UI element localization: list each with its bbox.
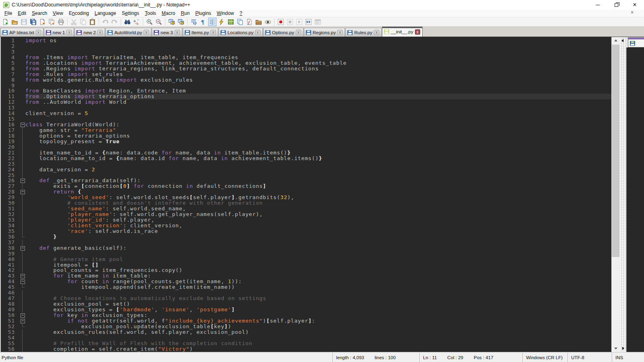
undo-icon[interactable] xyxy=(101,18,109,26)
tab-close-icon[interactable]: x xyxy=(211,30,216,35)
status-encoding[interactable]: UTF-8 xyxy=(568,353,612,362)
menu-language[interactable]: Language xyxy=(92,10,119,16)
close-button[interactable]: × xyxy=(625,0,644,10)
tab-close-icon[interactable]: x xyxy=(97,30,103,35)
menu-encoding[interactable]: Encoding xyxy=(66,10,92,16)
status-typing-mode[interactable]: INS xyxy=(612,353,644,362)
restore-button[interactable] xyxy=(607,0,625,10)
code-editor[interactable]: 1import os234from .Items import Terraria… xyxy=(1,37,611,352)
vertical-scrollbar[interactable] xyxy=(611,37,620,352)
show-all-characters-icon[interactable]: ¶ xyxy=(199,18,207,26)
zoom-out-icon[interactable] xyxy=(155,18,163,26)
document-map-icon[interactable] xyxy=(227,18,235,26)
fold-toggle-icon[interactable] xyxy=(19,122,25,128)
tab-close-icon[interactable]: x xyxy=(36,30,41,35)
menu-view[interactable]: View xyxy=(50,10,66,16)
tab-rules-py[interactable]: Rules.pyx xyxy=(345,28,382,37)
open-file-icon[interactable] xyxy=(10,18,19,26)
word-wrap-icon[interactable] xyxy=(190,18,198,26)
line-number: 4 xyxy=(1,55,19,60)
code-line: 35 'race': self.world.is_race xyxy=(1,228,611,234)
menu-search[interactable]: Search xyxy=(29,10,50,16)
tab-ap-ideas-txt[interactable]: AP Ideas.txtx xyxy=(0,28,43,37)
redo-icon[interactable] xyxy=(110,18,119,26)
sync-horizontal-scroll-icon[interactable] xyxy=(177,18,185,26)
tab--init-py[interactable]: __init__.pyx xyxy=(382,27,423,37)
scroll-up-icon[interactable] xyxy=(611,37,620,44)
replace-icon[interactable]: ab xyxy=(132,18,141,26)
cut-icon[interactable] xyxy=(70,18,78,26)
minimize-button[interactable] xyxy=(588,0,607,10)
macro-save-icon[interactable] xyxy=(314,18,322,26)
panel-close-icon[interactable]: × xyxy=(631,10,634,15)
fold-toggle-icon[interactable] xyxy=(19,178,25,183)
menu-plugins[interactable]: Plugins xyxy=(192,10,214,16)
function-completion-icon[interactable] xyxy=(217,18,226,26)
fold-toggle-icon[interactable] xyxy=(19,318,25,324)
close-all-icon[interactable] xyxy=(47,18,56,26)
tab-close-icon[interactable]: x xyxy=(255,30,260,35)
menu-settings[interactable]: Settings xyxy=(119,10,142,16)
document-list-icon[interactable] xyxy=(236,18,244,26)
save-icon[interactable] xyxy=(20,18,28,26)
main-content: 1import os234from .Items import Terraria… xyxy=(0,37,644,352)
scroll-down-icon[interactable] xyxy=(611,345,620,352)
tab-locations-py[interactable]: Locations.pyx xyxy=(219,28,263,37)
tab-autoworld-py[interactable]: AutoWorld.pyx xyxy=(105,28,151,37)
tab-scroll-left-icon[interactable] xyxy=(621,39,623,42)
fold-toggle-icon[interactable] xyxy=(19,279,25,284)
macro-run-multiple-icon[interactable] xyxy=(304,18,313,26)
print-icon[interactable] xyxy=(57,18,65,26)
fold-toggle-icon[interactable] xyxy=(19,273,25,279)
scrollbar-thumb[interactable] xyxy=(612,45,619,257)
fold-toggle-icon[interactable] xyxy=(19,313,25,318)
macro-record-icon[interactable] xyxy=(277,18,285,26)
secondary-editor[interactable] xyxy=(626,47,644,352)
function-list-icon[interactable]: f xyxy=(245,18,254,26)
folder-as-workspace-icon[interactable] xyxy=(254,18,263,26)
copy-icon[interactable] xyxy=(79,18,87,26)
splitter-arrow-icon[interactable] xyxy=(622,347,624,350)
code-line: 45 itempool.append(self.create_item(item… xyxy=(1,284,611,290)
tab-close-icon[interactable]: x xyxy=(66,30,72,35)
macro-play-icon[interactable] xyxy=(295,18,303,26)
tab-close-icon[interactable]: x xyxy=(337,30,343,35)
fold-toggle-icon[interactable] xyxy=(19,245,25,251)
tab-new-3[interactable]: new 3x xyxy=(152,28,182,37)
tab-close-icon[interactable]: x xyxy=(175,30,180,35)
menu-tools[interactable]: Tools xyxy=(142,10,159,16)
save-all-icon[interactable] xyxy=(29,18,37,26)
monitoring-icon[interactable] xyxy=(264,18,272,26)
fold-toggle-icon[interactable] xyxy=(19,189,25,195)
sync-vertical-scroll-icon[interactable] xyxy=(167,18,176,26)
tab-close-icon[interactable]: x xyxy=(374,30,379,35)
find-icon[interactable] xyxy=(123,18,132,26)
new-file-icon[interactable] xyxy=(1,18,10,26)
indent-guide-icon[interactable] xyxy=(208,18,217,26)
status-eol-format[interactable]: Windows (CR LF) xyxy=(522,353,568,362)
tab-new-1[interactable]: new 1x xyxy=(44,28,74,37)
menu-edit[interactable]: Edit xyxy=(15,10,29,16)
menu-run[interactable]: Run xyxy=(178,10,192,16)
tab-close-icon[interactable]: x xyxy=(296,30,301,35)
close-file-icon[interactable] xyxy=(38,18,47,26)
paste-icon[interactable] xyxy=(88,18,97,26)
menu-macro[interactable]: Macro xyxy=(159,10,178,16)
tab-close-icon[interactable]: x xyxy=(415,29,420,35)
tab-regions-py[interactable]: Regions.pyx xyxy=(304,28,345,37)
macro-stop-icon[interactable] xyxy=(286,18,294,26)
menu-file[interactable]: File xyxy=(2,10,15,16)
menu-help[interactable]: ? xyxy=(237,10,245,16)
tab-label: AP Ideas.txt xyxy=(9,30,34,35)
line-number: 13 xyxy=(1,105,19,111)
tab-close-icon[interactable]: x xyxy=(144,30,149,35)
menu-window[interactable]: Window xyxy=(214,10,237,16)
tab-options-py[interactable]: Options.pyx xyxy=(263,28,303,37)
secondary-tab[interactable] xyxy=(628,37,644,47)
toolbar-separator xyxy=(274,19,275,25)
tab-items-py[interactable]: Items.pyx xyxy=(183,28,218,37)
fold-margin xyxy=(19,183,25,189)
zoom-in-icon[interactable] xyxy=(145,18,154,26)
tab-new-2[interactable]: new 2x xyxy=(74,28,105,37)
view-splitter[interactable] xyxy=(620,37,626,352)
